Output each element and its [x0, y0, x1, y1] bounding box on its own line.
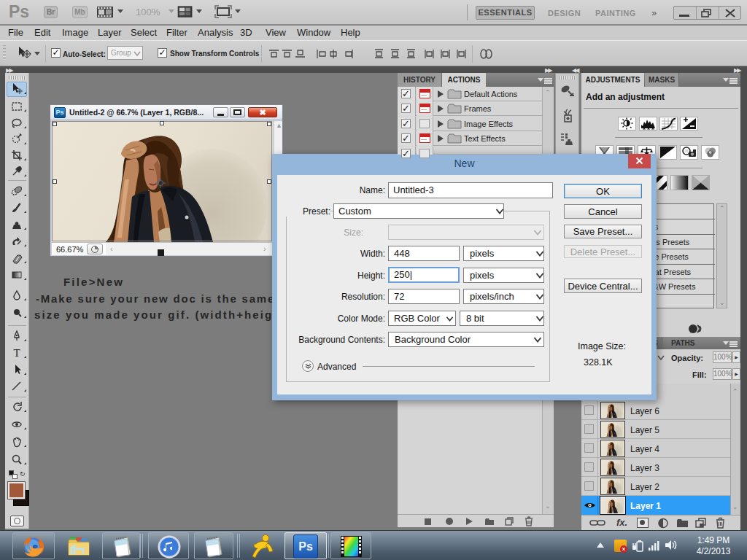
svg-text:T: T [13, 347, 20, 359]
